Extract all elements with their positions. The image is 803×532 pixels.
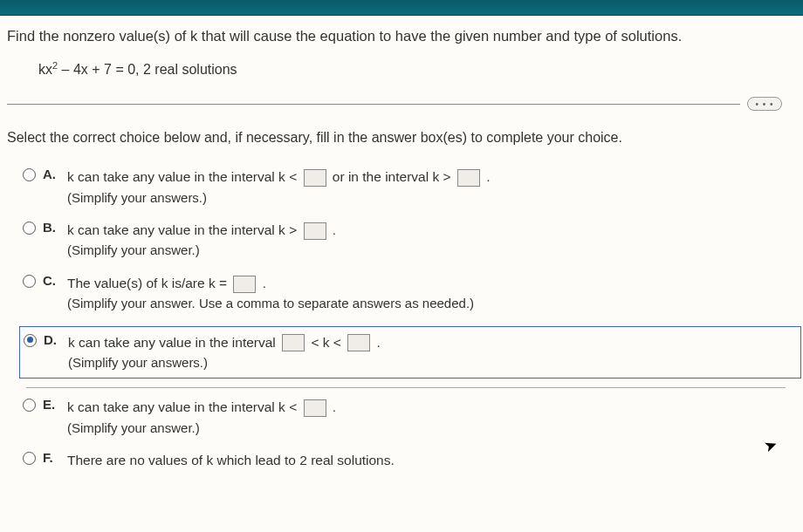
window-title-bar <box>0 0 803 16</box>
choice-b-text1: k can take any value in the interval k > <box>67 222 301 237</box>
choice-a[interactable]: A. k can take any value in the interval … <box>23 167 789 208</box>
choice-d-hint: (Simplify your answers.) <box>68 355 208 370</box>
radio-d[interactable] <box>24 334 37 347</box>
more-button[interactable]: • • • <box>747 97 782 111</box>
choice-f-text: There are no values of k which lead to 2… <box>67 453 395 467</box>
choice-d-text2: < k < <box>307 335 345 350</box>
answer-box-d1[interactable] <box>282 334 305 351</box>
radio-c[interactable] <box>23 275 36 288</box>
choice-b[interactable]: B. k can take any value in the interval … <box>23 220 789 261</box>
choice-c-text2: . <box>258 276 266 290</box>
answer-box-b1[interactable] <box>304 222 326 240</box>
answer-box-d2[interactable] <box>347 334 370 351</box>
radio-b[interactable] <box>23 222 36 235</box>
radio-a[interactable] <box>23 168 36 181</box>
choice-e[interactable]: E. k can take any value in the interval … <box>23 397 789 438</box>
choices-group: A. k can take any value in the interval … <box>3 167 789 470</box>
choice-f[interactable]: F. There are no values of k which lead t… <box>23 450 789 470</box>
choice-d[interactable]: D. k can take any value in the interval … <box>24 332 797 373</box>
divider-line <box>7 104 740 105</box>
answer-box-e1[interactable] <box>304 399 326 417</box>
choice-d-text3: . <box>373 335 381 350</box>
choice-b-hint: (Simplify your answer.) <box>67 242 200 257</box>
radio-f[interactable] <box>23 452 36 465</box>
choice-b-body: k can take any value in the interval k >… <box>67 220 336 261</box>
answer-box-a1[interactable] <box>304 169 326 187</box>
choice-a-text1: k can take any value in the interval k < <box>67 169 301 184</box>
choice-d-selected-frame: D. k can take any value in the interval … <box>19 326 801 379</box>
choice-a-hint: (Simplify your answers.) <box>67 190 207 205</box>
choice-a-text2: or in the interval k > <box>329 169 455 184</box>
radio-e[interactable] <box>23 399 36 412</box>
choice-e-text1: k can take any value in the interval k < <box>67 399 301 414</box>
question-prompt: Find the nonzero value(s) of k that will… <box>3 28 789 44</box>
choice-d-body: k can take any value in the interval < k… <box>68 332 381 373</box>
choice-b-text2: . <box>329 222 337 237</box>
choice-c-hint: (Simplify your answer. Use a comma to se… <box>67 296 474 310</box>
choice-c-body: The value(s) of k is/are k = . (Simplify… <box>67 273 474 314</box>
choice-a-body: k can take any value in the interval k <… <box>67 167 490 208</box>
equation-prefix: kx <box>38 62 52 77</box>
choice-c-text1: The value(s) of k is/are k = <box>67 276 230 290</box>
choice-e-label: E. <box>43 397 58 412</box>
choice-d-label: D. <box>44 332 59 347</box>
choice-f-body: There are no values of k which lead to 2… <box>67 450 395 470</box>
choice-f-label: F. <box>43 450 58 465</box>
equation-rest: – 4x + 7 = 0, 2 real solutions <box>58 62 237 77</box>
divider-thin <box>26 387 786 388</box>
equation: kx2 – 4x + 7 = 0, 2 real solutions <box>3 60 789 78</box>
instruction: Select the correct choice below and, if … <box>3 130 789 146</box>
answer-box-a2[interactable] <box>457 169 480 187</box>
choice-a-label: A. <box>43 167 58 181</box>
choice-a-text3: . <box>483 169 491 184</box>
choice-c[interactable]: C. The value(s) of k is/are k = . (Simpl… <box>23 273 789 314</box>
choice-c-label: C. <box>43 273 58 288</box>
choice-b-label: B. <box>43 220 58 235</box>
divider-row: • • • <box>7 97 782 111</box>
answer-box-c1[interactable] <box>233 276 256 293</box>
question-content: Find the nonzero value(s) of k that will… <box>0 16 803 470</box>
choice-e-text2: . <box>329 399 337 414</box>
choice-e-hint: (Simplify your answer.) <box>67 420 200 435</box>
choice-d-text1: k can take any value in the interval <box>68 335 279 350</box>
choice-e-body: k can take any value in the interval k <… <box>67 397 336 438</box>
